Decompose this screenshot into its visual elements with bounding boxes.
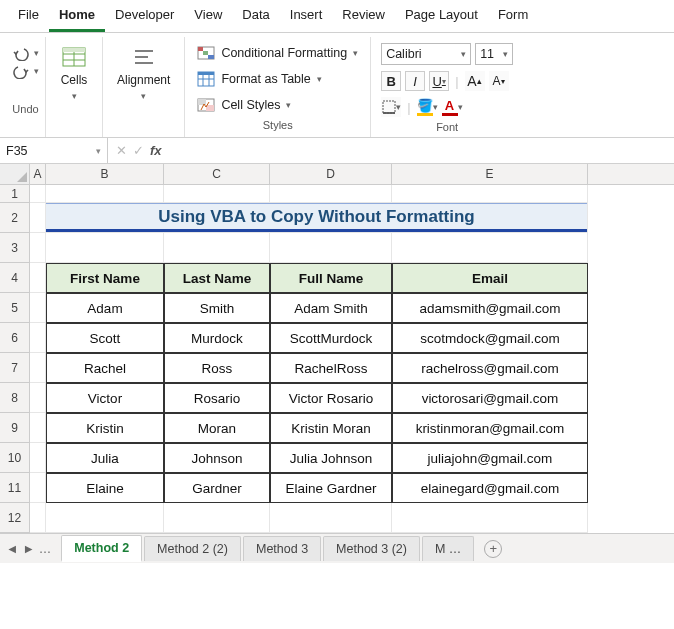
table-cell[interactable]: Gardner (164, 473, 270, 503)
menu-page-layout[interactable]: Page Layout (395, 0, 488, 32)
cell[interactable] (30, 473, 46, 503)
underline-button[interactable]: U▾ (429, 71, 449, 91)
chevron-down-icon[interactable]: ▾ (72, 91, 77, 101)
cancel-formula-icon[interactable]: ✕ (116, 143, 127, 158)
grow-font-button[interactable]: A▴ (465, 71, 485, 91)
table-cell[interactable]: Adam (46, 293, 164, 323)
cell[interactable] (392, 233, 588, 263)
menu-view[interactable]: View (184, 0, 232, 32)
menu-file[interactable]: File (8, 0, 49, 32)
chevron-down-icon[interactable]: ▾ (34, 48, 39, 58)
bold-button[interactable]: B (381, 71, 401, 91)
table-cell[interactable]: scotmdock@gmail.com (392, 323, 588, 353)
row-header-2[interactable]: 2 (0, 203, 30, 233)
table-cell[interactable]: Kristin (46, 413, 164, 443)
table-header[interactable]: Last Name (164, 263, 270, 293)
col-header-C[interactable]: C (164, 164, 270, 184)
name-box[interactable]: F35▾ (0, 138, 108, 163)
table-header[interactable]: First Name (46, 263, 164, 293)
font-size-combo[interactable]: 11▾ (475, 43, 513, 65)
table-cell[interactable]: Moran (164, 413, 270, 443)
fill-color-button[interactable]: 🪣 ▾ (417, 98, 438, 116)
add-sheet-button[interactable]: + (484, 540, 502, 558)
table-cell[interactable]: Smith (164, 293, 270, 323)
table-cell[interactable]: RachelRoss (270, 353, 392, 383)
col-header-E[interactable]: E (392, 164, 588, 184)
table-cell[interactable]: Rosario (164, 383, 270, 413)
row-header-9[interactable]: 9 (0, 413, 30, 443)
menu-home[interactable]: Home (49, 0, 105, 32)
confirm-formula-icon[interactable]: ✓ (133, 143, 144, 158)
menu-developer[interactable]: Developer (105, 0, 184, 32)
fx-icon[interactable]: fx (150, 143, 162, 158)
chevron-down-icon[interactable]: ▾ (34, 66, 39, 76)
table-cell[interactable]: Victor Rosario (270, 383, 392, 413)
table-cell[interactable]: Julia Johnson (270, 443, 392, 473)
cell[interactable] (164, 233, 270, 263)
cell[interactable] (392, 185, 588, 203)
col-header-B[interactable]: B (46, 164, 164, 184)
table-cell[interactable]: Adam Smith (270, 293, 392, 323)
table-cell[interactable]: Rachel (46, 353, 164, 383)
col-header-D[interactable]: D (270, 164, 392, 184)
cell[interactable] (30, 185, 46, 203)
row-header-10[interactable]: 10 (0, 443, 30, 473)
cell[interactable] (270, 503, 392, 533)
cell[interactable] (30, 413, 46, 443)
row-header-12[interactable]: 12 (0, 503, 30, 533)
table-cell[interactable]: Johnson (164, 443, 270, 473)
prev-sheet-icon[interactable]: ◄ (6, 542, 18, 556)
sheet-tab-method-3[interactable]: Method 3 (243, 536, 321, 561)
italic-button[interactable]: I (405, 71, 425, 91)
table-cell[interactable]: rachelross@gmail.com (392, 353, 588, 383)
row-header-11[interactable]: 11 (0, 473, 30, 503)
cell[interactable] (46, 233, 164, 263)
cell-styles-button[interactable]: Cell Styles▾ (195, 95, 360, 115)
cells-button[interactable]: Cells (52, 39, 96, 91)
redo-icon[interactable] (12, 63, 32, 79)
row-header-8[interactable]: 8 (0, 383, 30, 413)
select-all-button[interactable] (0, 164, 30, 184)
font-name-combo[interactable]: Calibri▾ (381, 43, 471, 65)
shrink-font-button[interactable]: A▾ (489, 71, 509, 91)
menu-review[interactable]: Review (332, 0, 395, 32)
row-header-7[interactable]: 7 (0, 353, 30, 383)
cell[interactable] (30, 293, 46, 323)
table-cell[interactable]: Scott (46, 323, 164, 353)
table-cell[interactable]: juliajohn@gmail.com (392, 443, 588, 473)
table-cell[interactable]: kristinmoran@gmail.com (392, 413, 588, 443)
font-color-button[interactable]: A ▾ (442, 98, 463, 116)
format-as-table-button[interactable]: Format as Table▾ (195, 69, 360, 89)
table-cell[interactable]: Kristin Moran (270, 413, 392, 443)
next-sheet-icon[interactable]: ► (22, 542, 34, 556)
row-header-6[interactable]: 6 (0, 323, 30, 353)
cell[interactable] (164, 185, 270, 203)
table-cell[interactable]: victorosari@gmail.com (392, 383, 588, 413)
cell[interactable] (30, 323, 46, 353)
table-cell[interactable]: Julia (46, 443, 164, 473)
undo-icon[interactable] (12, 45, 32, 61)
cell[interactable] (30, 383, 46, 413)
cell[interactable] (46, 503, 164, 533)
row-header-1[interactable]: 1 (0, 185, 30, 203)
table-cell[interactable]: ScottMurdock (270, 323, 392, 353)
chevron-down-icon[interactable]: ▾ (141, 91, 146, 101)
table-cell[interactable]: Ross (164, 353, 270, 383)
cell[interactable] (46, 185, 164, 203)
sheet-overflow[interactable]: … (39, 542, 52, 556)
title-cell[interactable]: Using VBA to Copy Without Formatting (46, 203, 588, 233)
menu-insert[interactable]: Insert (280, 0, 333, 32)
row-header-5[interactable]: 5 (0, 293, 30, 323)
cell[interactable] (30, 443, 46, 473)
cell[interactable] (30, 233, 46, 263)
cell[interactable] (270, 233, 392, 263)
sheet-tab-overflow[interactable]: M … (422, 536, 474, 561)
table-cell[interactable]: Murdock (164, 323, 270, 353)
worksheet-grid[interactable]: A B C D E 1 2 Using VBA to Copy Without … (0, 164, 674, 533)
table-cell[interactable]: Elaine Gardner (270, 473, 392, 503)
sheet-tab-method-3-2[interactable]: Method 3 (2) (323, 536, 420, 561)
table-cell[interactable]: Elaine (46, 473, 164, 503)
col-header-A[interactable]: A (30, 164, 46, 184)
borders-button[interactable]: ▾ (381, 97, 401, 117)
alignment-button[interactable]: Alignment (109, 39, 178, 91)
